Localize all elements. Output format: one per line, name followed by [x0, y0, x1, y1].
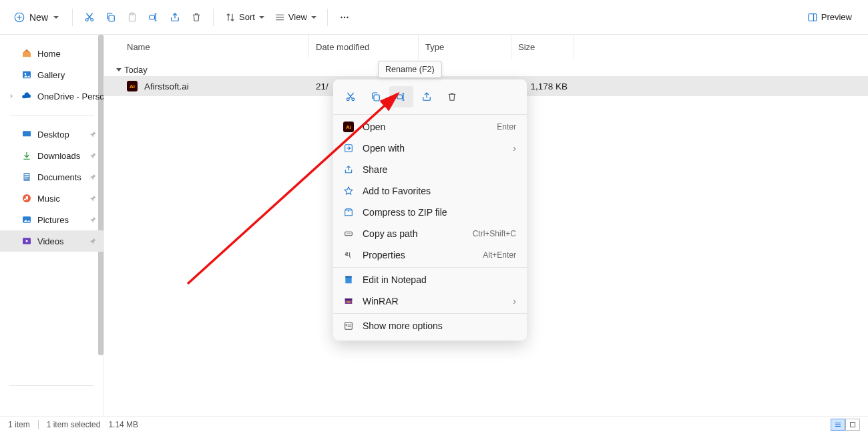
- pin-icon: [89, 173, 97, 181]
- open-with-icon: [343, 142, 355, 154]
- svg-point-21: [347, 98, 349, 101]
- sidebar: Home Gallery OneDrive - Persc Desktop Do…: [0, 35, 104, 416]
- sidebar-item-label: Documents: [37, 172, 81, 182]
- svg-rect-24: [397, 95, 403, 99]
- sidebar-separator: [9, 115, 94, 116]
- svg-rect-15: [25, 174, 29, 175]
- sidebar-item-label: OneDrive - Persc: [37, 91, 103, 101]
- delete-button[interactable]: [186, 6, 206, 29]
- ctx-favorites[interactable]: Add to Favorites: [333, 180, 527, 202]
- ctx-copy-button[interactable]: [364, 86, 388, 107]
- chevron-right-icon: ›: [513, 296, 516, 306]
- divider: [38, 420, 39, 429]
- chevron-down-icon: [116, 68, 122, 71]
- sort-button[interactable]: Sort: [220, 6, 268, 29]
- preview-label: Preview: [821, 12, 852, 22]
- copy-path-icon: [343, 228, 355, 240]
- sidebar-item-gallery[interactable]: Gallery: [0, 64, 103, 85]
- divider: [72, 9, 73, 26]
- details-view-button[interactable]: [831, 419, 845, 431]
- sidebar-item-onedrive[interactable]: OneDrive - Persc: [0, 85, 103, 107]
- pictures-icon: [21, 214, 32, 225]
- ai-file-icon: Ai: [343, 121, 355, 133]
- ctx-notepad[interactable]: Edit in Notepad: [333, 269, 527, 290]
- sidebar-item-label: Pictures: [37, 215, 69, 225]
- more-button[interactable]: [335, 6, 355, 29]
- context-menu-top-actions: [333, 83, 527, 113]
- music-icon: [21, 193, 32, 204]
- column-header-type[interactable]: Type: [419, 35, 511, 59]
- context-menu: Ai Open Enter Open with › Share Add to F…: [333, 79, 527, 341]
- thumbnails-view-button[interactable]: [845, 419, 860, 431]
- svg-point-22: [352, 98, 355, 101]
- column-header-name[interactable]: Name: [104, 35, 309, 59]
- sidebar-item-music[interactable]: Music: [0, 188, 103, 209]
- sidebar-item-desktop[interactable]: Desktop: [0, 124, 103, 145]
- download-icon: [21, 150, 32, 161]
- sidebar-item-pictures[interactable]: Pictures: [0, 209, 103, 230]
- svg-rect-35: [851, 422, 855, 427]
- sidebar-item-videos[interactable]: Videos: [0, 230, 103, 252]
- sidebar-item-label: Gallery: [37, 70, 65, 80]
- chevron-right-icon: ›: [513, 143, 516, 154]
- svg-point-12: [25, 73, 27, 75]
- ctx-rename-button[interactable]: [389, 86, 413, 107]
- column-header-size[interactable]: Size: [511, 35, 574, 59]
- cloud-icon: [21, 91, 32, 101]
- new-button[interactable]: New: [9, 6, 65, 29]
- preview-button[interactable]: Preview: [803, 6, 859, 29]
- file-name-cell: Ai Afirstsoft.ai: [104, 81, 309, 91]
- pin-icon: [89, 194, 97, 202]
- sidebar-item-documents[interactable]: Documents: [0, 166, 103, 188]
- sidebar-item-home[interactable]: Home: [0, 43, 103, 64]
- winrar-icon: [343, 295, 355, 307]
- svg-point-9: [347, 16, 348, 17]
- sort-label: Sort: [239, 12, 255, 22]
- ctx-winrar[interactable]: WinRAR ›: [333, 290, 527, 312]
- pin-icon: [89, 152, 97, 160]
- ctx-open-with[interactable]: Open with ›: [333, 138, 527, 159]
- pin-icon: [89, 216, 97, 224]
- sidebar-item-label: Music: [37, 194, 60, 204]
- svg-point-1: [85, 18, 88, 21]
- share-button[interactable]: [165, 6, 185, 29]
- paste-button[interactable]: [122, 6, 142, 29]
- ctx-share-button[interactable]: [415, 86, 439, 107]
- notepad-icon: [343, 274, 355, 286]
- ctx-cut-button[interactable]: [339, 86, 363, 107]
- svg-rect-3: [109, 15, 114, 21]
- gallery-icon: [21, 69, 32, 80]
- cut-button[interactable]: [79, 6, 99, 29]
- ctx-copy-path[interactable]: Copy as path Ctrl+Shift+C: [333, 223, 527, 244]
- copy-button[interactable]: [101, 6, 121, 29]
- documents-icon: [21, 172, 32, 182]
- context-menu-separator: [333, 114, 527, 115]
- ctx-delete-button[interactable]: [440, 86, 464, 107]
- context-menu-separator: [333, 267, 527, 268]
- sidebar-item-label: Home: [37, 49, 61, 59]
- share-icon: [343, 164, 355, 176]
- status-bar: 1 item 1 item selected 1.14 MB: [0, 416, 868, 432]
- ctx-zip[interactable]: Compress to ZIP file: [333, 202, 527, 223]
- divider: [213, 9, 214, 26]
- ctx-open[interactable]: Ai Open Enter: [333, 116, 527, 138]
- more-options-icon: [343, 320, 355, 332]
- status-item-count: 1 item: [8, 420, 30, 429]
- svg-rect-17: [25, 178, 28, 178]
- column-headers: Name Date modified Type Size: [104, 35, 868, 59]
- sidebar-item-label: Videos: [37, 236, 64, 246]
- svg-point-27: [346, 252, 348, 254]
- sidebar-item-downloads[interactable]: Downloads: [0, 145, 103, 166]
- ctx-more-options[interactable]: Show more options: [333, 315, 527, 337]
- pin-icon: [89, 237, 97, 245]
- chevron-right-icon: [8, 93, 15, 99]
- group-today[interactable]: Today: [104, 63, 868, 76]
- svg-rect-13: [23, 131, 31, 136]
- ai-file-icon: Ai: [127, 81, 138, 91]
- svg-rect-14: [23, 173, 29, 181]
- rename-button[interactable]: [144, 6, 164, 29]
- ctx-share[interactable]: Share: [333, 159, 527, 180]
- column-header-date[interactable]: Date modified: [309, 35, 419, 59]
- view-button[interactable]: View: [270, 6, 320, 29]
- ctx-properties[interactable]: Properties Alt+Enter: [333, 244, 527, 266]
